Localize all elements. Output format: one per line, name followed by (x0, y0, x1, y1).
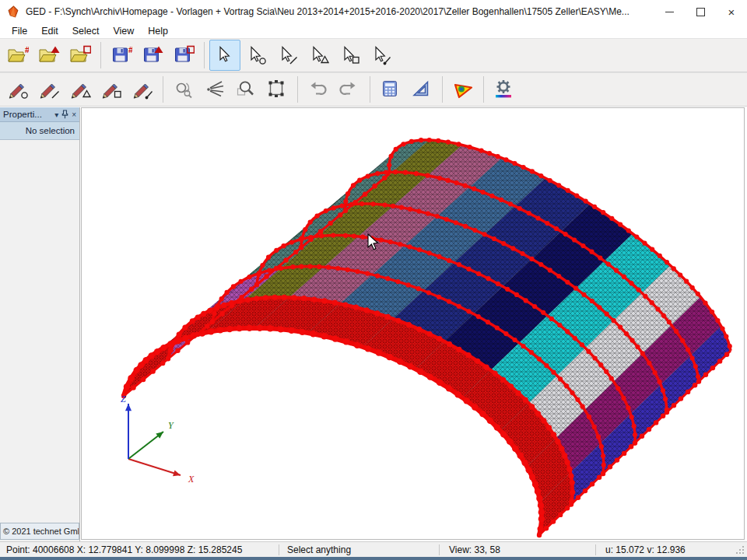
redo-button[interactable] (334, 74, 365, 105)
fit-view-button[interactable] (261, 74, 293, 105)
open-project-hash-button[interactable]: # (2, 40, 33, 71)
mesh-node (609, 376, 614, 380)
maximize-button[interactable] (685, 0, 716, 23)
menu-select[interactable]: Select (65, 24, 107, 38)
orbit-icon (173, 79, 195, 100)
select-line-tool-button[interactable] (272, 40, 303, 71)
mesh-node (661, 388, 665, 393)
draw-square-button[interactable] (96, 74, 127, 105)
menu-file[interactable]: File (5, 24, 34, 38)
mesh-node (690, 285, 695, 290)
analysis-button[interactable] (447, 74, 479, 105)
mesh-node (535, 215, 540, 220)
properties-panel: Properti... ▾ × No selection © 2021 tech… (0, 107, 80, 541)
mesh-node (437, 254, 441, 259)
mesh-node (321, 298, 327, 303)
zoom-extents-button[interactable] (199, 74, 230, 105)
menu-edit[interactable]: Edit (34, 24, 65, 38)
mesh-node (696, 292, 700, 296)
mesh-node (573, 286, 578, 291)
properties-panel-header[interactable]: Properti... ▾ × (0, 107, 79, 122)
mesh-node (581, 292, 586, 297)
mesh-node (640, 434, 644, 439)
save-triangle-button[interactable] (137, 40, 168, 71)
pin-icon[interactable] (61, 110, 68, 119)
mesh-node (353, 305, 359, 310)
close-panel-icon[interactable]: × (72, 110, 76, 119)
mesh-node (472, 404, 478, 410)
pencil-icon (38, 79, 60, 100)
mesh-node (456, 347, 461, 352)
mesh-node (168, 348, 174, 353)
mesh-node (138, 362, 144, 368)
mesh-node (505, 287, 510, 292)
mesh-node (364, 307, 370, 313)
cursor-icon (245, 44, 267, 66)
mesh-node (500, 431, 507, 437)
undo-icon (307, 79, 329, 100)
mesh-node (650, 247, 654, 252)
mesh-node (541, 418, 546, 423)
mesh-node (401, 142, 405, 146)
mesh-node (375, 274, 380, 278)
mesh-node (207, 308, 212, 313)
mesh-node (426, 290, 431, 295)
mesh-node (256, 272, 261, 277)
select-point-tool-button[interactable] (240, 40, 272, 71)
mesh-node (630, 338, 634, 343)
folder-open-icon (69, 44, 91, 66)
select-tool-button[interactable] (209, 40, 240, 71)
mesh-node (288, 327, 294, 334)
minimize-button[interactable] (654, 0, 685, 23)
toolbar-group (207, 39, 398, 72)
mesh-node (299, 245, 303, 250)
mesh-node (479, 411, 486, 417)
viewport-canvas[interactable]: XYZ (81, 107, 745, 540)
mesh-node (546, 425, 552, 430)
mesh-node (195, 314, 201, 320)
undo-button[interactable] (303, 74, 334, 105)
toolbar-separator (163, 76, 163, 103)
settings-button[interactable] (489, 74, 520, 105)
mesh-node (308, 264, 313, 269)
mesh-node (590, 481, 594, 486)
mesh-node (394, 147, 398, 152)
resize-grip[interactable] (735, 544, 745, 555)
draw-line-button[interactable] (33, 74, 65, 105)
open-project-triangle-button[interactable] (33, 40, 65, 71)
open-project-square-button[interactable] (65, 40, 96, 71)
calculator-button[interactable] (375, 74, 406, 105)
mesh-node (354, 342, 360, 348)
draw-point-button[interactable] (2, 74, 33, 105)
mesh-node (291, 295, 296, 300)
select-triangle-tool-button[interactable] (303, 40, 334, 71)
menu-help[interactable]: Help (141, 24, 175, 38)
mesh-node (570, 489, 575, 495)
mesh-node (395, 279, 400, 284)
mesh-node (385, 314, 391, 320)
chevron-down-icon[interactable]: ▾ (54, 110, 58, 119)
close-button[interactable]: × (716, 0, 747, 23)
save-square-button[interactable] (168, 40, 199, 71)
mesh-node (674, 329, 679, 334)
menu-view[interactable]: View (106, 24, 141, 38)
mesh-node (618, 222, 622, 227)
measure-button[interactable] (406, 74, 437, 105)
mesh-node (601, 210, 605, 215)
zoom-window-button[interactable] (230, 74, 261, 105)
select-square-tool-button[interactable] (334, 40, 365, 71)
draw-mark-button[interactable] (127, 74, 158, 105)
mesh-node (696, 374, 700, 379)
mesh-node (589, 250, 594, 254)
save-hash-button[interactable]: # (106, 40, 137, 71)
select-mark-tool-button[interactable] (365, 40, 396, 71)
mesh-node (684, 279, 689, 284)
draw-triangle-button[interactable] (65, 74, 96, 105)
mesh-node (363, 192, 367, 197)
mesh-node (536, 495, 542, 502)
mesh-node (201, 311, 206, 317)
toolbar-group (486, 73, 522, 106)
mesh-node (703, 373, 708, 377)
orbit-view-button[interactable] (168, 74, 199, 105)
menu-bar: FileEditSelectViewHelp (0, 23, 747, 38)
